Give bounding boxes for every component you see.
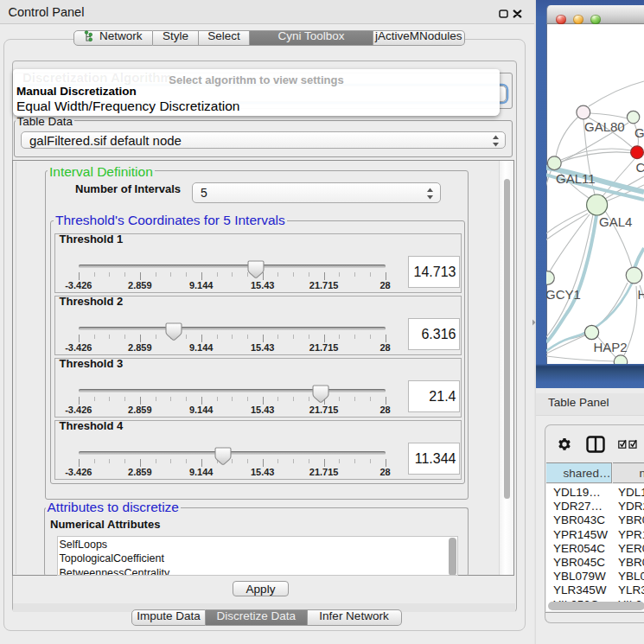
svg-text:GAL80: GAL80 <box>584 119 625 134</box>
svg-text:HAP2: HAP2 <box>594 340 628 354</box>
svg-text:C: C <box>636 160 644 175</box>
svg-text:GAL4: GAL4 <box>599 214 632 229</box>
svg-text:H: H <box>638 287 644 302</box>
svg-text:GA: GA <box>634 125 644 140</box>
svg-text:GCY1: GCY1 <box>546 287 581 302</box>
svg-text:GAL11: GAL11 <box>556 171 596 186</box>
